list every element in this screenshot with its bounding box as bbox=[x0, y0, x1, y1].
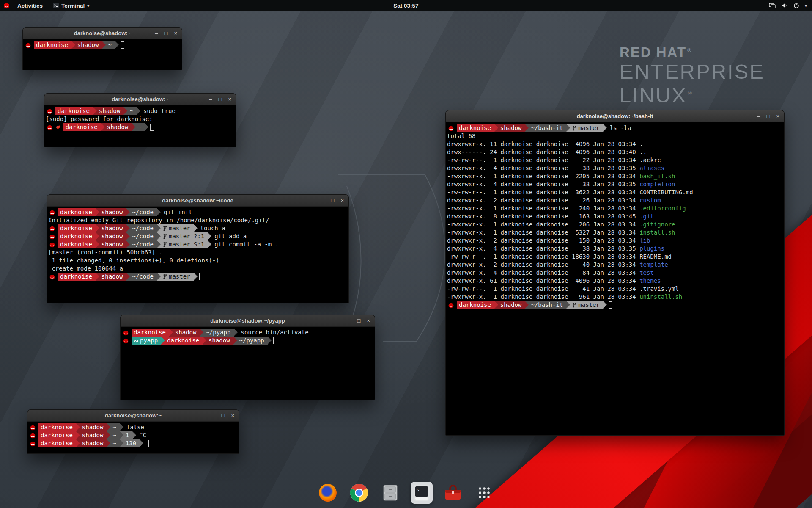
terminal-window[interactable]: darknoise@shadow:~/pyapp – □ × darknoise… bbox=[120, 315, 375, 400]
powerline-arrow bbox=[76, 423, 80, 431]
maximize-button[interactable]: □ bbox=[357, 315, 361, 326]
minimize-button[interactable]: – bbox=[348, 315, 351, 326]
maximize-button[interactable]: □ bbox=[331, 195, 335, 206]
prompt-segment-path: ~ bbox=[110, 439, 119, 447]
prompt-segment-user: darknoise bbox=[58, 240, 96, 248]
terminal-text: .travis.yml bbox=[639, 285, 679, 292]
terminal-window[interactable]: darknoise@shadow:~ – □ × darknoiseshadow… bbox=[22, 27, 182, 70]
powerline-arrow bbox=[140, 439, 143, 447]
terminal-text: drwxrwxr-x. 4 darknoise darknoise 84 Jan… bbox=[447, 269, 639, 276]
git-branch-icon bbox=[163, 241, 167, 249]
terminal-body[interactable]: darknoiseshadow~sudo true[sudo] password… bbox=[44, 105, 236, 132]
redhat-prompt-icon bbox=[46, 123, 55, 132]
terminal-body[interactable]: darknoiseshadow~/bash-itmasterls -latota… bbox=[446, 122, 784, 310]
close-button[interactable]: × bbox=[231, 410, 234, 421]
close-button[interactable]: × bbox=[340, 195, 344, 206]
terminal-text: -rw-rw-r--. 1 darknoise darknoise 3622 J… bbox=[447, 189, 639, 196]
terminal-text: .. bbox=[639, 149, 647, 155]
dock-item-toolbox[interactable] bbox=[442, 482, 464, 504]
block-cursor bbox=[121, 41, 124, 49]
terminal-window[interactable]: darknoise@shadow:~/bash-it – □ × darknoi… bbox=[445, 110, 785, 436]
powerline-arrow bbox=[208, 232, 211, 240]
clock[interactable]: Sat 03:57 bbox=[0, 3, 812, 9]
terminal-window[interactable]: darknoise@shadow:~/code – □ × darknoises… bbox=[47, 194, 349, 303]
terminal-text: false bbox=[126, 424, 144, 431]
powerline-arrow bbox=[525, 124, 529, 132]
dock-item-terminal[interactable]: >_ bbox=[411, 482, 433, 504]
terminal-text: source bin/activate bbox=[241, 329, 308, 336]
terminal-text: drwxrwxr-x. 61 darknoise darknoise 4096 … bbox=[447, 277, 639, 284]
minimize-button[interactable]: – bbox=[155, 28, 158, 39]
terminal-window[interactable]: darknoise@shadow:~ – □ × darknoiseshadow… bbox=[27, 409, 239, 454]
close-button[interactable]: × bbox=[228, 94, 231, 105]
terminal-body[interactable]: darknoiseshadow~falsedarknoiseshadow~1^C… bbox=[27, 422, 239, 448]
terminal-line: 1 file changed, 0 insertions(+), 0 delet… bbox=[48, 257, 347, 265]
close-button[interactable]: × bbox=[367, 315, 370, 326]
maximize-button[interactable]: □ bbox=[767, 110, 770, 122]
powerline-arrow bbox=[132, 431, 136, 439]
minimize-button[interactable]: – bbox=[321, 195, 324, 206]
firefox-icon bbox=[318, 483, 337, 502]
window-controls: – □ × bbox=[209, 94, 236, 105]
minimize-button[interactable]: – bbox=[212, 410, 215, 421]
powerline-arrow bbox=[96, 232, 99, 240]
powerline-arrow bbox=[71, 41, 75, 49]
dock: >_ bbox=[0, 482, 812, 504]
terminal-text: touch a bbox=[200, 225, 225, 232]
dock-item-files[interactable] bbox=[379, 482, 401, 504]
prompt-segment-user: darknoise bbox=[132, 329, 169, 337]
prompt-segment-path: ~/code bbox=[130, 273, 157, 281]
terminal-line: pyappdarknoiseshadow~/pyapp bbox=[122, 337, 373, 345]
window-titlebar[interactable]: darknoise@shadow:~/code – □ × bbox=[47, 195, 348, 207]
terminal-text: [master (root-commit) 50bcb63] . bbox=[48, 249, 162, 256]
terminal-text: .editorconfig bbox=[639, 205, 686, 212]
powerline-arrow bbox=[132, 123, 135, 131]
window-titlebar[interactable]: darknoise@shadow:~ – □ × bbox=[27, 410, 239, 422]
dock-item-firefox[interactable] bbox=[317, 482, 339, 504]
terminal-text: drwxrwxr-x. 4 darknoise darknoise 38 Jan… bbox=[447, 245, 639, 252]
dock-item-app-grid[interactable] bbox=[473, 482, 495, 504]
window-title: darknoise@shadow:~ bbox=[44, 96, 236, 102]
prompt-segment-host: shadow bbox=[498, 124, 525, 132]
dock-item-chrome[interactable] bbox=[348, 482, 370, 504]
terminal-body[interactable]: darknoiseshadow~/codegit initInitialized… bbox=[47, 207, 348, 282]
prompt-segment-path: ~/pyapp bbox=[237, 337, 268, 345]
prompt-segment-host: shadow bbox=[99, 224, 126, 232]
terminal-text: README.md bbox=[639, 253, 672, 260]
prompt-segment-path: ~ bbox=[106, 41, 115, 49]
maximize-button[interactable]: □ bbox=[219, 94, 222, 105]
window-titlebar[interactable]: darknoise@shadow:~/bash-it – □ × bbox=[446, 110, 784, 122]
close-button[interactable]: × bbox=[174, 28, 177, 39]
window-titlebar[interactable]: darknoise@shadow:~ – □ × bbox=[44, 94, 236, 105]
terminal-text: -rwxrwxr-x. 1 darknoise darknoise 961 Ja… bbox=[447, 293, 639, 300]
prompt-segment-host: shadow bbox=[498, 301, 525, 309]
terminal-body[interactable]: darknoiseshadow~ bbox=[23, 39, 182, 50]
terminal-line: -rwxrwxr-x. 1 darknoise darknoise 206 Ja… bbox=[447, 221, 783, 229]
display-icon bbox=[769, 3, 776, 8]
window-titlebar[interactable]: darknoise@shadow:~/pyapp – □ × bbox=[121, 315, 375, 327]
minimize-button[interactable]: – bbox=[209, 94, 212, 105]
powerline-arrow bbox=[494, 301, 498, 309]
system-menu[interactable]: ▾ bbox=[769, 3, 812, 8]
terminal-window[interactable]: darknoise@shadow:~ – □ × darknoiseshadow… bbox=[44, 93, 236, 147]
terminal-line: darknoiseshadow~/bash-itmaster bbox=[447, 301, 783, 309]
prompt-segment-path: ~ bbox=[110, 423, 119, 431]
terminal-line: -rw-rw-r--. 1 darknoise darknoise 22 Jan… bbox=[447, 156, 783, 164]
maximize-button[interactable]: □ bbox=[165, 28, 168, 39]
terminal-text: total 68 bbox=[447, 133, 475, 139]
terminal-body[interactable]: darknoiseshadow~/pyappsource bin/activat… bbox=[121, 327, 375, 345]
powerline-arrow bbox=[566, 301, 570, 309]
window-controls: – □ × bbox=[155, 28, 182, 39]
minimize-button[interactable]: – bbox=[757, 110, 760, 122]
powerline-arrow bbox=[126, 273, 130, 281]
powerline-arrow bbox=[145, 123, 148, 131]
close-button[interactable]: × bbox=[776, 110, 779, 122]
window-titlebar[interactable]: darknoise@shadow:~ – □ × bbox=[23, 28, 182, 39]
terminal-line: Initialized empty Git repository in /hom… bbox=[48, 216, 347, 224]
maximize-button[interactable]: □ bbox=[222, 410, 225, 421]
redhat-prompt-icon bbox=[48, 273, 58, 282]
terminal-line: total 68 bbox=[447, 132, 783, 140]
terminal-text: .gitignore bbox=[639, 221, 675, 228]
prompt-segment-user: darknoise bbox=[38, 423, 76, 431]
powerline-arrow bbox=[107, 423, 110, 431]
